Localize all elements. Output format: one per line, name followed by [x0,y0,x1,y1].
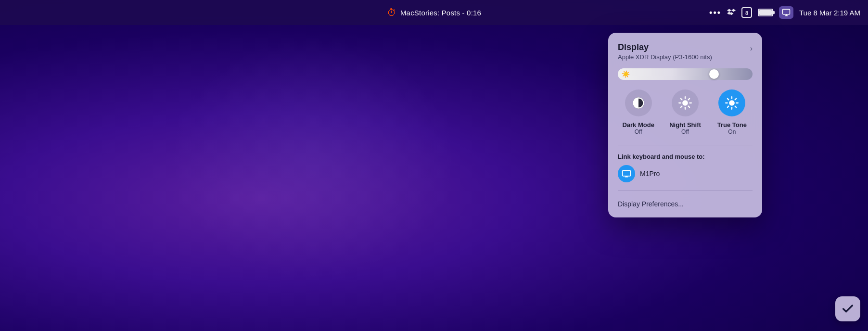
link-keyboard-section: Link keyboard and mouse to: M1Pro [618,153,753,182]
device-item-m1pro[interactable]: M1Pro [618,165,753,182]
brightness-thumb[interactable] [709,69,719,79]
true-tone-button[interactable]: True Tone On [712,89,753,135]
panel-title: Display [618,42,712,52]
brightness-sun-icon: ☀️ [622,70,630,78]
svg-point-13 [729,100,735,106]
dark-mode-label: Dark Mode Off [622,121,654,135]
svg-line-9 [681,99,682,100]
menubar-title: MacStories: Posts - 0:16 [400,9,481,17]
true-tone-label: True Tone On [717,121,747,135]
desktop: ⏱ MacStories: Posts - 0:16 ••• 8 [0,0,868,331]
menubar-center-items: ⏱ MacStories: Posts - 0:16 [387,7,481,18]
checkmark-button[interactable] [835,296,860,321]
menubar: ⏱ MacStories: Posts - 0:16 ••• 8 [0,0,868,25]
display-preferences-link[interactable]: Display Preferences... [618,198,753,208]
timer-icon: ⏱ [387,7,396,18]
svg-rect-0 [782,9,790,14]
display-menu-button[interactable] [779,6,793,19]
brightness-slider-container: ☀️ [618,68,753,80]
more-dots-icon[interactable]: ••• [709,8,721,18]
brightness-slider-track[interactable]: ☀️ [618,68,753,80]
dark-mode-button[interactable]: Dark Mode Off [618,89,659,135]
mode-buttons-row: Dark Mode Off [618,89,753,135]
menubar-datetime: Tue 8 Mar 2:19 AM [799,9,860,17]
panel-subtitle: Apple XDR Display (P3-1600 nits) [618,53,712,61]
true-tone-icon-circle [718,89,745,116]
calendar-icon[interactable]: 8 [741,7,752,18]
svg-line-21 [735,99,736,100]
svg-point-4 [682,100,688,106]
menubar-right-items: ••• 8 [709,6,860,19]
svg-line-10 [689,106,689,107]
svg-line-18 [728,99,728,100]
device-name: M1Pro [640,170,660,178]
display-popup-panel: Display Apple XDR Display (P3-1600 nits)… [608,33,762,217]
panel-header: Display Apple XDR Display (P3-1600 nits)… [618,42,753,61]
night-shift-label: Night Shift Off [669,121,701,135]
svg-line-19 [735,106,736,107]
divider-1 [618,145,753,145]
svg-line-20 [728,106,728,107]
night-shift-icon-circle [672,89,699,116]
dropbox-icon[interactable] [727,8,736,17]
night-shift-button[interactable]: Night Shift Off [664,89,705,135]
divider-2 [618,190,753,191]
panel-title-group: Display Apple XDR Display (P3-1600 nits) [618,42,712,61]
panel-expand-chevron[interactable]: › [750,44,753,53]
dark-mode-icon-circle [625,89,652,116]
battery-icon [758,9,773,16]
link-keyboard-title: Link keyboard and mouse to: [618,153,753,160]
device-icon-circle [618,165,635,182]
svg-rect-22 [623,170,631,176]
svg-line-11 [681,106,682,107]
svg-line-12 [689,99,689,100]
